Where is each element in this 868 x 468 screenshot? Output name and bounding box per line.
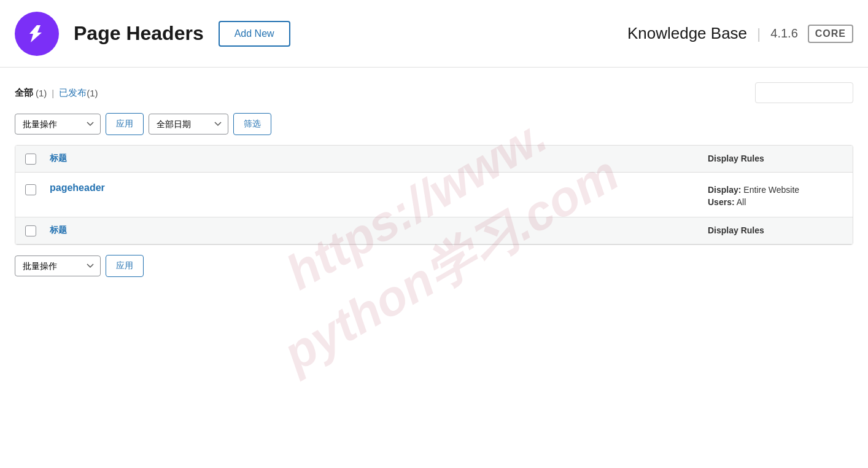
table-row: pageheader Display: Entire Website Users… — [15, 173, 853, 217]
row-checkbox-col — [25, 182, 50, 195]
rules-col-label: Display Rules — [708, 154, 764, 163]
filter-separator: | — [52, 88, 54, 98]
row-title-col: pageheader — [50, 182, 708, 193]
row-rules-col: Display: Entire Website Users: All — [708, 182, 843, 207]
header-checkbox-col — [25, 153, 50, 165]
logo — [15, 12, 59, 56]
footer-col-rules: Display Rules — [708, 225, 843, 235]
apply-button-top[interactable]: 应用 — [106, 113, 144, 135]
footer-checkbox-col — [25, 225, 50, 236]
core-badge: CORE — [808, 25, 853, 43]
select-all-checkbox[interactable] — [25, 154, 36, 165]
col-header-rules: Display Rules — [708, 154, 843, 163]
knowledge-base-label: Knowledge Base — [627, 24, 747, 43]
row-checkbox-pageheader[interactable] — [25, 184, 36, 195]
footer-col-title: 标题 — [50, 225, 708, 236]
page-title: Page Headers — [74, 22, 204, 45]
apply-button-bottom[interactable]: 应用 — [106, 255, 144, 277]
filter-button[interactable]: 筛选 — [233, 113, 271, 135]
bulk-action-select-top[interactable]: 批量操作 — [15, 114, 101, 135]
table-footer-header: 标题 Display Rules — [15, 217, 853, 244]
filter-published-count: (1) — [87, 88, 98, 98]
footer-title-label: 标题 — [50, 225, 67, 235]
header-right: Knowledge Base | 4.1.6 CORE — [627, 24, 853, 43]
filter-published[interactable]: 已发布 — [59, 87, 87, 99]
date-select[interactable]: 全部日期 — [149, 114, 228, 135]
bulk-action-select-bottom[interactable]: 批量操作 — [15, 255, 101, 276]
users-line: Users: All — [708, 197, 843, 207]
display-line: Display: Entire Website — [708, 185, 843, 195]
add-new-button[interactable]: Add New — [219, 21, 290, 47]
pageheader-link[interactable]: pageheader — [50, 182, 105, 193]
main-content: 全部 (1) | 已发布 (1) 批量操作 应用 全部日期 筛选 标题 Disp… — [0, 68, 868, 302]
filter-all[interactable]: 全部 — [15, 87, 33, 99]
filter-bar: 全部 (1) | 已发布 (1) — [15, 82, 853, 103]
version-number: 4.1.6 — [770, 26, 797, 41]
page-header: Page Headers Add New Knowledge Base | 4.… — [0, 0, 868, 68]
bulk-action-bar-top: 批量操作 应用 全部日期 筛选 — [15, 113, 853, 135]
footer-rules-label: Display Rules — [708, 225, 764, 235]
items-table: 标题 Display Rules pageheader Display: Ent… — [15, 145, 853, 245]
footer-select-all-checkbox[interactable] — [25, 225, 36, 236]
title-col-label: 标题 — [50, 153, 67, 163]
table-header: 标题 Display Rules — [15, 146, 853, 173]
filter-all-count: (1) — [36, 88, 47, 98]
search-input[interactable] — [755, 82, 853, 103]
bulk-action-bar-bottom: 批量操作 应用 — [15, 255, 853, 277]
divider: | — [757, 25, 761, 42]
col-header-title: 标题 — [50, 153, 708, 164]
